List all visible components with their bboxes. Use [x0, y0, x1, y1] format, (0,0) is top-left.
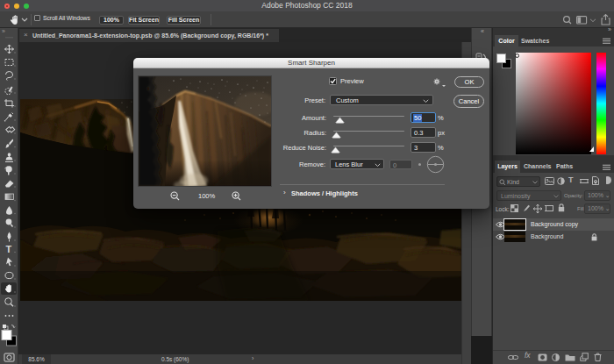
svg-text:T: T	[6, 244, 12, 254]
svg-text:»: »	[2, 28, 5, 34]
